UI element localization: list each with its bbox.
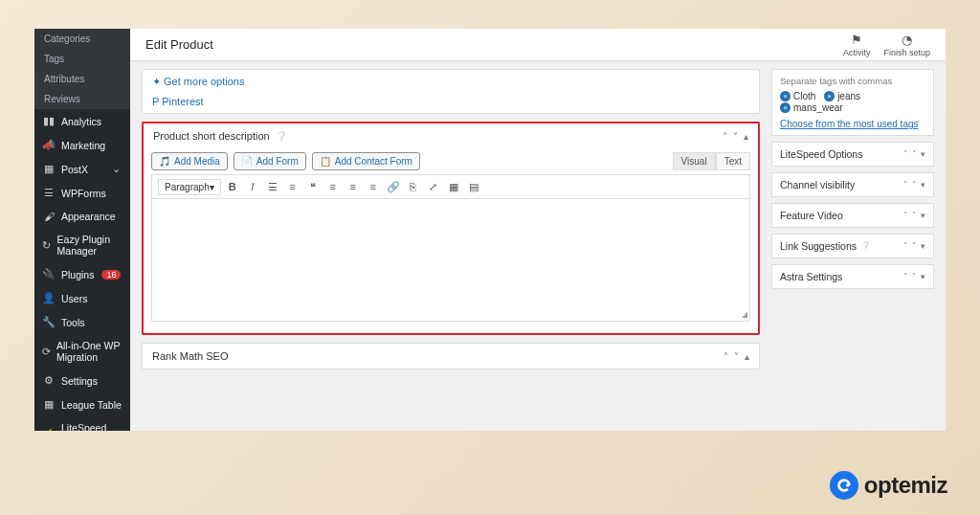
resize-handle-icon[interactable]: ◢ (742, 310, 747, 319)
panel-toggle-icon[interactable]: ▾ (921, 211, 925, 220)
sidebar-item-postx[interactable]: ▦PostX⌄ (34, 157, 130, 181)
add-contact-form-button[interactable]: 📋Add Contact Form (312, 152, 420, 170)
side-channel-visibility[interactable]: Channel visibility ˄˅▾ (771, 172, 934, 197)
get-more-options-link[interactable]: Get more options (164, 76, 244, 87)
remove-tag-icon[interactable]: × (780, 91, 791, 101)
sidebar-item-settings[interactable]: ⚙Settings (34, 369, 130, 392)
panel-up-icon[interactable]: ˄ (903, 272, 908, 281)
panel-down-icon[interactable]: ˅ (912, 211, 917, 220)
editor-textarea[interactable]: ◢ (151, 199, 750, 322)
sidebar-item-plugins[interactable]: 🔌Plugins16 (34, 262, 130, 286)
tags-panel: Separate tags with commas ×Cloth ×jeans … (771, 69, 934, 136)
sidebar-item-marketing[interactable]: 📣Marketing (34, 133, 130, 157)
number-list-icon[interactable]: ≡ (284, 178, 301, 195)
side-litespeed[interactable]: LiteSpeed Options ˄˅▾ (771, 142, 934, 167)
panel-up-icon[interactable]: ˄ (903, 211, 908, 220)
panel-up-icon[interactable]: ˄ (724, 351, 728, 362)
rank-math-panel[interactable]: Rank Math SEO ˄ ˅ ▴ (142, 343, 760, 369)
progress-icon: ◔ (902, 33, 912, 47)
flag-icon: ⚑ (851, 33, 862, 47)
panel-down-icon[interactable]: ˅ (912, 149, 917, 159)
chevron-down-icon: ⌄ (109, 163, 122, 175)
bold-icon[interactable]: B (224, 178, 241, 195)
activity-button[interactable]: ⚑ Activity (843, 33, 871, 57)
remove-tag-icon[interactable]: × (824, 91, 835, 101)
finish-setup-button[interactable]: ◔ Finish setup (883, 33, 930, 57)
remove-tag-icon[interactable]: × (780, 102, 791, 113)
sidebar-item-league-table[interactable]: ▦League Table (34, 392, 130, 416)
italic-icon[interactable]: I (244, 178, 261, 195)
pinterest-link[interactable]: Pinterest (162, 96, 203, 107)
star-icon: ✦ (152, 76, 161, 87)
sidebar-item-migration[interactable]: ⟳All-in-One WP Migration (34, 334, 130, 369)
fullscreen-icon[interactable]: ⤢ (425, 178, 442, 195)
text-tab[interactable]: Text (716, 152, 750, 170)
grid-icon: ▦ (42, 163, 56, 175)
doc-icon: 📄 (241, 156, 253, 167)
sidebar-sub-reviews[interactable]: Reviews (34, 89, 130, 109)
side-link-suggestions[interactable]: Link Suggestions❔ ˄˅▾ (771, 234, 934, 258)
panel-down-icon[interactable]: ˅ (912, 180, 917, 190)
brand-mark-icon (830, 471, 858, 500)
sidebar-sub-tags[interactable]: Tags (34, 49, 130, 69)
panel-up-icon[interactable]: ˄ (723, 131, 727, 142)
wrench-icon: 🔧 (42, 316, 56, 328)
sidebar-item-analytics[interactable]: ▮▮Analytics (34, 109, 130, 133)
panel-toggle-icon[interactable]: ▾ (921, 180, 925, 190)
paragraph-select[interactable]: Paragraph▾ (158, 179, 221, 195)
sidebar-item-wpforms[interactable]: ☰WPForms (34, 181, 130, 205)
panel-down-icon[interactable]: ˅ (912, 241, 917, 251)
sidebar-item-eazy-plugin[interactable]: ↻Eazy Plugin Manager (34, 228, 130, 262)
panel-title: Product short description (153, 130, 270, 142)
sidebar-item-tools[interactable]: 🔧Tools (34, 310, 130, 334)
brand-text: optemiz (864, 472, 947, 499)
toolbar-toggle-icon[interactable]: ▦ (445, 178, 462, 195)
side-astra-settings[interactable]: Astra Settings ˄˅▾ (771, 264, 934, 289)
quote-icon[interactable]: ❝ (304, 178, 322, 195)
panel-down-icon[interactable]: ˅ (912, 272, 917, 281)
sidebar-item-litespeed[interactable]: ⚡LiteSpeed Cache (34, 416, 130, 431)
options-card: ✦ Get more options P Pinterest (142, 69, 760, 114)
help-icon[interactable]: ❔ (276, 131, 287, 142)
media-icon: 🎵 (159, 156, 170, 167)
visual-tab[interactable]: Visual (673, 152, 716, 170)
user-icon: 👤 (42, 292, 56, 304)
panel-down-icon[interactable]: ˅ (733, 131, 738, 142)
plugins-badge: 16 (101, 270, 121, 280)
refresh-icon: ↻ (42, 239, 52, 252)
table-icon[interactable]: ▤ (465, 178, 482, 195)
form-icon: ☰ (42, 187, 56, 199)
panel-toggle-icon[interactable]: ▾ (921, 272, 925, 281)
tag-manswear: ×mans_wear (780, 102, 843, 113)
sidebar-item-appearance[interactable]: 🖌Appearance (34, 205, 130, 228)
align-right-icon[interactable]: ≡ (365, 178, 382, 195)
sidebar-item-users[interactable]: 👤Users (34, 286, 130, 310)
panel-toggle-icon[interactable]: ▾ (921, 241, 925, 251)
tag-jeans: ×jeans (824, 91, 860, 101)
add-form-button[interactable]: 📄Add Form (234, 152, 306, 170)
panel-up-icon[interactable]: ˄ (903, 149, 908, 159)
panel-up-icon[interactable]: ˄ (903, 180, 908, 190)
link-icon[interactable]: 🔗 (385, 178, 402, 195)
insert-icon[interactable]: ⎘ (405, 178, 422, 195)
help-icon[interactable]: ❔ (860, 241, 871, 251)
panel-up-icon[interactable]: ˄ (903, 241, 908, 251)
page-title: Edit Product (145, 37, 213, 52)
side-feature-video[interactable]: Feature Video ˄˅▾ (771, 203, 934, 228)
editor-toolbar: Paragraph▾ B I ☰ ≡ ❝ ≡ ≡ ≡ 🔗 ⎘ ⤢ ▦ ▤ (151, 174, 750, 199)
choose-tags-link[interactable]: Choose from the most used tags (780, 119, 919, 129)
panel-toggle-icon[interactable]: ▴ (744, 131, 748, 142)
chart-icon: ▮▮ (42, 115, 56, 127)
panel-toggle-icon[interactable]: ▾ (921, 149, 925, 159)
align-left-icon[interactable]: ≡ (324, 178, 342, 195)
sidebar-sub-categories[interactable]: Categories (34, 29, 130, 49)
sidebar-sub-attributes[interactable]: Attributes (34, 69, 130, 89)
panel-toggle-icon[interactable]: ▴ (745, 351, 749, 362)
panel-down-icon[interactable]: ˅ (734, 351, 739, 362)
add-media-button[interactable]: 🎵Add Media (151, 152, 228, 170)
table-icon: ▦ (42, 398, 56, 411)
short-description-panel: Product short description ❔ ˄ ˅ ▴ 🎵Add M… (142, 122, 760, 335)
align-center-icon[interactable]: ≡ (345, 178, 362, 195)
bolt-icon: ⚡ (42, 428, 56, 432)
bullet-list-icon[interactable]: ☰ (264, 178, 281, 195)
